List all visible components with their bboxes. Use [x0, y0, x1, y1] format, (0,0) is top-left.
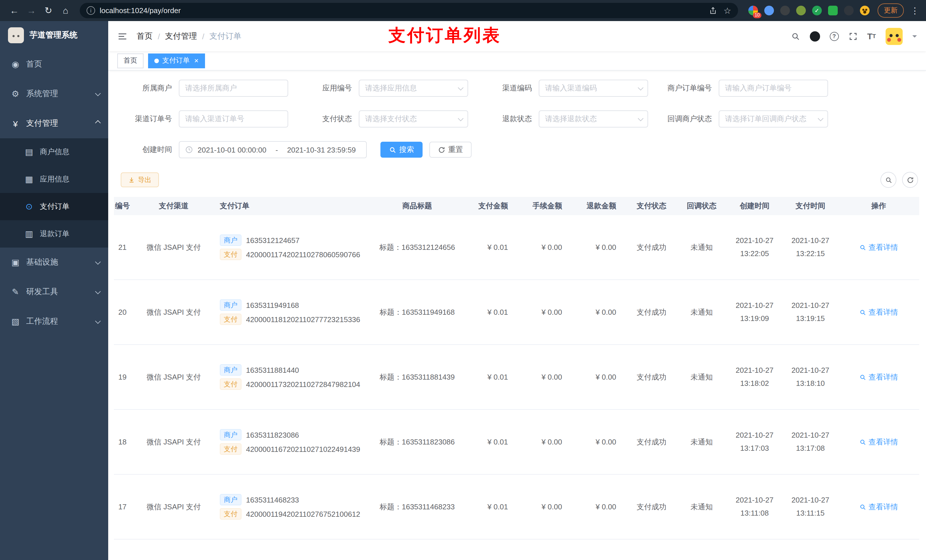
channel-pay-no: 4200001181202110277723215336 [246, 315, 360, 323]
view-detail-link[interactable]: 查看详情 [859, 372, 898, 382]
select-channel-code[interactable]: 请输入渠道编码 [539, 80, 648, 97]
merchant-order-no: 1635311949168 [246, 301, 299, 309]
refresh-table-button[interactable] [902, 172, 918, 188]
sidebar-item-home[interactable]: ◉首页 [0, 50, 108, 79]
filter-label: 支付状态 [304, 114, 359, 124]
select-refund-status[interactable]: 请选择退款状态 [539, 110, 648, 127]
help-icon[interactable]: ? [829, 32, 838, 41]
font-size-icon[interactable]: TT [867, 31, 876, 41]
menu-dots-icon[interactable]: ⋮ [911, 5, 919, 16]
fullscreen-icon[interactable] [848, 32, 857, 41]
extension-icon-7[interactable] [844, 6, 854, 15]
sidebar-item-label: 系统管理 [26, 89, 58, 99]
sidebar-item-app-info[interactable]: ▦应用信息 [0, 166, 108, 193]
search-icon[interactable] [791, 32, 800, 41]
reload-icon[interactable]: ↻ [41, 3, 56, 18]
extension-icon-2[interactable] [764, 6, 774, 15]
input-merchant-order-no[interactable]: 请输入商户订单编号 [719, 80, 828, 97]
tag-支付订单[interactable]: 支付订单× [148, 53, 205, 68]
share-icon[interactable] [709, 6, 717, 15]
export-button[interactable]: 导出 [121, 172, 159, 187]
select-pay-status[interactable]: 请选择支付状态 [359, 110, 468, 127]
column-header: 操作 [838, 201, 919, 211]
sidebar-item-payment[interactable]: ¥支付管理 [0, 109, 108, 138]
info-icon[interactable]: i [86, 6, 95, 15]
extension-icon-8[interactable] [860, 6, 870, 15]
cell-paid-time: 2021-10-2713:11:15 [782, 494, 838, 519]
merchant-tag: 商户 [220, 429, 242, 441]
filter-field-merchant: 所属商户请选择所属商户 [124, 80, 288, 97]
view-detail-link[interactable]: 查看详情 [859, 307, 898, 317]
filter-form: 所属商户请选择所属商户应用编号请选择应用信息渠道编码请输入渠道编码商户订单编号请… [108, 71, 926, 158]
tag-label: 支付订单 [162, 56, 190, 65]
column-header: 创建时间 [727, 200, 782, 212]
hamburger-icon[interactable] [117, 31, 127, 41]
cell-notify: 未通知 [676, 242, 727, 252]
extension-icon-4[interactable] [796, 6, 806, 15]
sidebar-item-dev-tools[interactable]: ✎研发工具 [0, 277, 108, 307]
cell-fee: ¥ 0.00 [518, 373, 572, 381]
sidebar-item-system[interactable]: ⚙系统管理 [0, 79, 108, 109]
github-icon[interactable] [809, 31, 820, 41]
table-row: 21微信 JSAPI 支付商户1635312124657支付4200001174… [114, 215, 919, 280]
filter-row-3: 创建时间 2021-10-01 00:00:00 - 2021-10-31 23… [124, 141, 926, 158]
date-separator: - [271, 145, 283, 154]
sidebar-item-label: 应用信息 [40, 174, 70, 184]
home-icon[interactable]: ⌂ [58, 3, 73, 18]
extension-icon-6[interactable] [828, 6, 838, 15]
back-icon[interactable]: ← [7, 3, 22, 18]
date-range-picker[interactable]: 2021-10-01 00:00:00 - 2021-10-31 23:59:5… [179, 141, 367, 158]
placeholder-text: 请输入渠道订单号 [185, 114, 244, 124]
sidebar-item-pay-order[interactable]: ⊙支付订单 [0, 193, 108, 220]
breadcrumb-item[interactable]: 支付管理 [165, 31, 197, 41]
sidebar-item-label: 基础设施 [26, 257, 58, 267]
cell-id: 17 [114, 503, 131, 511]
merchant-tag: 商户 [220, 234, 242, 246]
select-callback-status[interactable]: 请选择订单回调商户状态 [719, 110, 828, 127]
extension-icon-5[interactable]: ✓ [812, 6, 822, 15]
chevron-down-icon [95, 259, 101, 264]
chevron-down-icon[interactable] [912, 35, 917, 39]
avatar[interactable] [885, 27, 903, 45]
extension-icon-1[interactable]: 10 [748, 6, 758, 15]
reset-button[interactable]: 重置 [430, 142, 472, 158]
tag-label: 首页 [124, 56, 137, 65]
active-dot [154, 58, 159, 63]
filter-label: 退款状态 [484, 114, 539, 124]
extension-icon-3[interactable] [780, 6, 790, 15]
breadcrumb-item[interactable]: 首页 [137, 31, 153, 41]
sidebar-item-infrastructure[interactable]: ▣基础设施 [0, 248, 108, 277]
cell-pay-order: 商户1635311468233支付42000011942021102767521… [216, 491, 370, 522]
view-detail-link[interactable]: 查看详情 [859, 437, 898, 447]
address-bar[interactable]: i localhost:1024/pay/order ☆ [80, 3, 738, 18]
chevron-down-icon [638, 115, 643, 121]
forward-icon[interactable]: → [24, 3, 39, 18]
update-button[interactable]: 更新 [878, 3, 904, 18]
search-button[interactable]: 搜索 [380, 142, 422, 158]
filter-row-1: 所属商户请选择所属商户应用编号请选择应用信息渠道编码请输入渠道编码商户订单编号请… [124, 80, 926, 97]
cell-channel: 微信 JSAPI 支付 [131, 242, 216, 252]
cell-refund: ¥ 0.00 [572, 243, 626, 252]
view-detail-link[interactable]: 查看详情 [859, 502, 898, 512]
cell-pay-order: 商户1635311949168支付42000011812021102777232… [216, 296, 370, 328]
star-icon[interactable]: ☆ [723, 5, 731, 16]
input-channel-order-no[interactable]: 请输入渠道订单号 [179, 110, 288, 127]
tag-首页[interactable]: 首页 [117, 53, 144, 68]
filter-field-pay-status: 支付状态请选择支付状态 [304, 110, 468, 127]
close-icon[interactable]: × [194, 57, 198, 64]
cell-action: 查看详情 [838, 307, 919, 317]
table-row: 20微信 JSAPI 支付商户1635311949168支付4200001181… [114, 280, 919, 345]
sidebar-item-refund-order[interactable]: ▥退款订单 [0, 220, 108, 248]
cell-pay-order: 商户1635311823086支付42000011672021102710224… [216, 426, 370, 457]
channel-pay-no: 4200001173202110272847982104 [246, 380, 360, 388]
sidebar-item-merchant-info[interactable]: ▤商户信息 [0, 138, 108, 166]
filter-field-channel-code: 渠道编码请输入渠道编码 [484, 80, 648, 97]
cell-created-time: 2021-10-2713:17:03 [727, 429, 782, 454]
sidebar-item-workflow[interactable]: ▧工作流程 [0, 307, 108, 337]
input-merchant[interactable]: 请选择所属商户 [179, 80, 288, 97]
cell-notify: 未通知 [676, 307, 727, 317]
select-app-id[interactable]: 请选择应用信息 [359, 80, 468, 97]
toggle-search-button[interactable] [881, 172, 896, 188]
view-detail-link[interactable]: 查看详情 [859, 242, 898, 252]
app-logo[interactable]: 芋道管理系统 [0, 21, 108, 50]
